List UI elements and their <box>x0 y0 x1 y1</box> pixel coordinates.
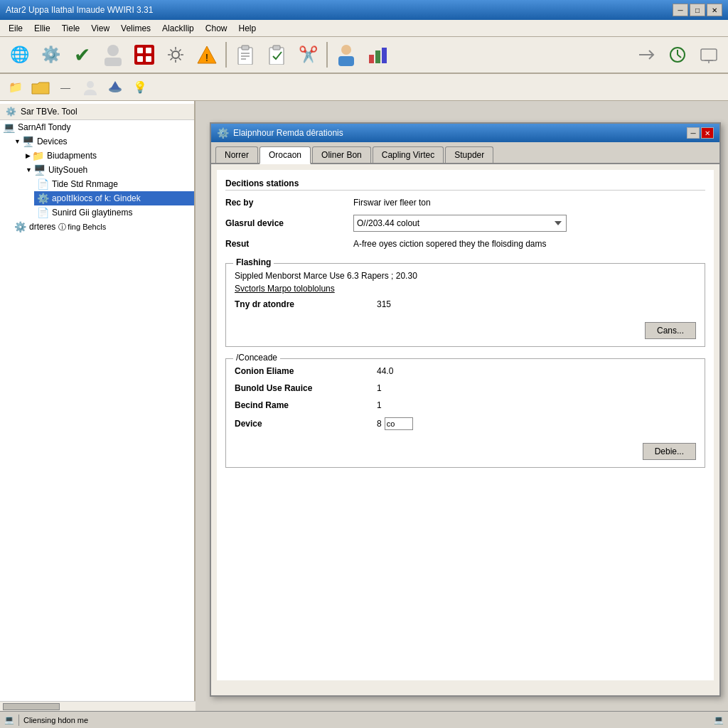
device-input[interactable] <box>385 417 413 430</box>
svg-rect-2 <box>134 45 154 65</box>
minimize-button[interactable]: ─ <box>673 4 688 16</box>
tree-apoitkiocs-icon: ⚙️ <box>37 193 49 204</box>
toolbar-btn-extra1[interactable] <box>631 40 661 70</box>
panel-icon: ⚙️ <box>6 107 16 117</box>
svg-rect-6 <box>146 56 151 62</box>
tree-tide[interactable]: 📄 Tide Std Rnmage <box>34 177 194 191</box>
toolbar2-dash: — <box>54 77 77 97</box>
dialog-minimize-button[interactable]: ─ <box>687 127 700 139</box>
expand-uitysoueh[interactable]: ▼ <box>26 166 32 173</box>
close-button[interactable]: ✕ <box>707 4 722 16</box>
tabs-container: Norrer Orocaon Oliner Bon Capling Virtec… <box>211 142 719 164</box>
tree-sunird[interactable]: 📄 Sunird Gii glaytinems <box>34 205 194 220</box>
conceade-value-conion: 44.0 <box>377 366 393 376</box>
form-label-recby: Rec by <box>225 198 353 208</box>
toolbar2-btn-lightbulb[interactable]: 💡 <box>129 77 151 97</box>
menu-velimes[interactable]: Velimes <box>115 22 156 35</box>
tree-devices-label: Devices <box>37 136 68 146</box>
toolbar-btn-clipboard2[interactable] <box>262 40 291 70</box>
tab-oliner-bon[interactable]: Oliner Bon <box>312 146 371 163</box>
dialog-window: ⚙️ Elaipnhour Remda dêrationis ─ ✕ Norre… <box>210 122 721 697</box>
expand-biudapments[interactable]: ▶ <box>26 152 31 159</box>
tree-drteres-extra2: fing Behcls <box>68 223 106 231</box>
maximize-button[interactable]: □ <box>690 4 705 16</box>
tree-root[interactable]: 💻 SarnAfl Tondy <box>0 120 194 134</box>
svg-rect-3 <box>137 48 143 53</box>
svg-rect-0 <box>107 45 119 56</box>
glasrul-device-select[interactable]: O//203.44 coloutOption 2Option 3 <box>353 215 567 232</box>
status-bar: 💻 Cliensing hdon me 💻 <box>0 711 728 728</box>
decisions-section-header: Decitions stations <box>225 178 705 191</box>
svg-rect-20 <box>375 50 380 63</box>
tree-tide-icon: 📄 <box>37 178 49 190</box>
tree-devices[interactable]: ▼ 🖥️ Devices <box>11 134 194 149</box>
debie-button[interactable]: Debie... <box>643 443 696 460</box>
tree-apoitkiocs[interactable]: ⚙️ apoItIkiocs of k: Gindek <box>34 191 194 205</box>
tree-biudapments[interactable]: ▶ 📁 Biudapments <box>23 149 194 163</box>
toolbar2-btn-folder1[interactable]: 📁 <box>4 77 27 97</box>
svg-line-25 <box>678 55 681 58</box>
conceade-section-title: /Conceade <box>233 353 280 363</box>
tree-tide-label: Tide Std Rnmage <box>52 179 118 189</box>
svg-rect-21 <box>382 48 387 63</box>
flashing-section-title: Flashing <box>233 257 274 267</box>
toolbar-btn-person[interactable] <box>331 40 361 70</box>
toolbar-btn-scissor[interactable]: ✂️ <box>293 40 323 70</box>
toolbar2-btn-folder2[interactable] <box>29 77 52 97</box>
toolbar2-btn-user[interactable] <box>79 77 102 97</box>
menu-help[interactable]: Help <box>232 22 262 35</box>
conceade-label-conion: Conion Eliame <box>235 366 377 376</box>
toolbar-btn-red[interactable] <box>129 40 159 70</box>
dialog-title-icon: ⚙️ <box>217 127 229 139</box>
flashing-row-label: Tny dr atondre <box>235 299 377 309</box>
toolbar-btn-gear[interactable]: ⚙️ <box>36 40 65 70</box>
form-row-recby: Rec by Firswar iver fleer ton <box>225 198 705 208</box>
conceade-value-bunold: 1 <box>377 383 382 393</box>
dialog-close-button[interactable]: ✕ <box>701 127 714 139</box>
expand-devices[interactable]: ▼ <box>14 138 21 145</box>
sidebar: ⚙️ Sar TBVe. Tool 💻 SarnAfl Tondy ▼ 🖥️ D… <box>0 101 196 711</box>
tree-uitysoueh[interactable]: ▼ 🖥️ UitySoueh <box>23 163 194 177</box>
tab-stupder[interactable]: Stupder <box>445 146 493 163</box>
toolbar-separator-2 <box>326 42 328 68</box>
menu-ellie[interactable]: Ellie <box>28 22 56 35</box>
toolbar-btn-clipboard1[interactable] <box>230 40 260 70</box>
toolbar-btn-check[interactable]: ✔ <box>67 40 97 70</box>
toolbar-btn-extra3[interactable] <box>694 40 724 70</box>
toolbar-btn-globe[interactable]: 🌐 <box>4 40 34 70</box>
menu-alackilip[interactable]: AlackIlip <box>156 22 200 35</box>
status-right-icon: 💻 <box>714 715 724 724</box>
toolbar-btn-user[interactable] <box>98 40 128 70</box>
conceade-row-becind: Becind Rame 1 <box>235 400 696 410</box>
flashing-section: Flashing Sippled Menborst Marce Use 6.3 … <box>225 263 705 347</box>
toolbar-btn-settings[interactable] <box>161 40 191 70</box>
dialog-title-controls: ─ ✕ <box>687 127 714 139</box>
menu-eile[interactable]: Eile <box>3 22 28 35</box>
tab-norrer[interactable]: Norrer <box>215 146 258 163</box>
tree-apoitkiocs-label: apoItIkiocs of k: Gindek <box>52 193 141 203</box>
toolbar-btn-chart[interactable] <box>363 40 392 70</box>
tree-root-icon: 💻 <box>3 122 15 133</box>
toolbar-btn-warning[interactable]: ! <box>192 40 222 70</box>
tab-capling-virtec[interactable]: Capling Virtec <box>373 146 444 163</box>
tree-drteres[interactable]: ⚙️ drteres ⓘ fing Behcls <box>11 220 194 234</box>
tree-root-label: SarnAfl Tondy <box>18 122 71 132</box>
svg-marker-32 <box>110 81 120 90</box>
svg-marker-29 <box>32 82 49 94</box>
secondary-toolbar: 📁 — 💡 <box>0 74 728 101</box>
toolbar2-btn-hat[interactable] <box>104 77 127 97</box>
toolbar-btn-extra2[interactable] <box>663 40 692 70</box>
menu-chow[interactable]: Chow <box>200 22 233 35</box>
content-area: ⚙️ Elaipnhour Remda dêrationis ─ ✕ Norre… <box>196 101 728 711</box>
dialog-title-bar: ⚙️ Elaipnhour Remda dêrationis ─ ✕ <box>211 124 719 142</box>
form-value-recby: Firswar iver fleer ton <box>353 198 431 208</box>
form-label-glasrul: Glasrul device <box>225 218 353 228</box>
menu-view[interactable]: View <box>85 22 115 35</box>
menu-tiele[interactable]: Tiele <box>56 22 86 35</box>
svg-rect-5 <box>146 48 151 53</box>
tab-orocaon[interactable]: Orocaon <box>259 146 311 164</box>
main-toolbar: 🌐 ⚙️ ✔ ! ✂️ <box>0 37 728 74</box>
tree-uitysoueh-label: UitySoueh <box>48 165 87 175</box>
title-controls: ─ □ ✕ <box>673 4 722 16</box>
cans-button[interactable]: Cans... <box>645 322 696 339</box>
